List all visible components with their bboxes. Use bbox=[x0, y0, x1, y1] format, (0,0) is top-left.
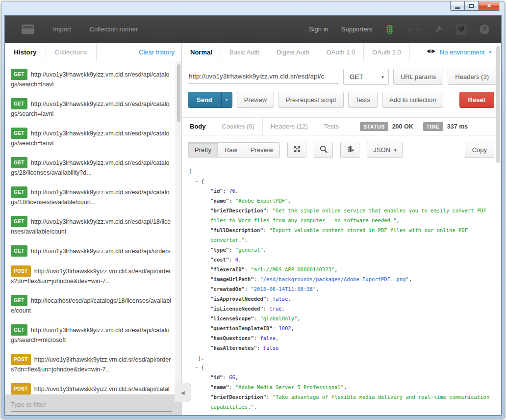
filter-input[interactable] bbox=[11, 397, 172, 412]
method-select[interactable]: GET ▾ bbox=[343, 69, 389, 85]
tab-headers[interactable]: Headers (12) bbox=[263, 118, 316, 135]
environment-selector[interactable]: No environment ▾ bbox=[427, 43, 491, 61]
code-line: "imageUrlPath": "/esd/backgrounds/packag… bbox=[189, 274, 496, 284]
code-line: "id": 66, bbox=[189, 372, 496, 382]
tab-oauth-1[interactable]: OAuth 1.0 bbox=[318, 43, 364, 61]
search-button[interactable] bbox=[314, 142, 333, 158]
request-url: http://uvo1y3lrhawskk9yizz.vm.cld.sr/esd… bbox=[11, 327, 170, 343]
history-item[interactable]: GEThttp://uvo1y3lrhawskk9yizz.vm.cld.sr/… bbox=[5, 211, 176, 241]
copy-button[interactable]: Copy bbox=[465, 142, 494, 158]
method-value: GET bbox=[350, 73, 363, 80]
tab-cookies[interactable]: Cookies (6) bbox=[214, 118, 263, 135]
method-badge: POST bbox=[11, 383, 31, 394]
format-button[interactable] bbox=[340, 142, 359, 158]
twitter-icon[interactable] bbox=[456, 24, 467, 35]
pre-request-script-button[interactable]: Pre-request script bbox=[278, 92, 344, 108]
sidebar-tabs: History Collections Clear history bbox=[5, 43, 181, 61]
history-item[interactable]: POSThttp://uvo1y3lrhawskk9yizz.vm.cld.sr… bbox=[5, 261, 176, 290]
chevron-down-icon: ▾ bbox=[226, 98, 228, 102]
history-item[interactable]: POSThttp://uvo1y3lrhawskk9yizz.vm.cld.sr… bbox=[5, 379, 176, 394]
url-input[interactable] bbox=[188, 70, 339, 84]
tab-tests[interactable]: Tests bbox=[316, 118, 347, 135]
traffic-light-icon[interactable] bbox=[385, 25, 395, 34]
code-line: "hasQuestions": false, bbox=[189, 333, 496, 343]
request-panel: Normal Basic Auth Digest Auth OAuth 1.0 … bbox=[181, 43, 501, 415]
send-button[interactable]: Send bbox=[188, 92, 221, 108]
url-params-button[interactable]: URL params bbox=[393, 69, 443, 85]
method-badge: GET bbox=[11, 245, 27, 257]
view-pretty-button[interactable]: Pretty bbox=[188, 142, 218, 158]
response-meta: STATUS 200 OK TIME 337 ms bbox=[360, 118, 474, 135]
history-item[interactable]: GEThttp://uvo1y3lrhawskk9yizz.vm.cld.sr/… bbox=[5, 94, 176, 123]
help-icon[interactable]: ? bbox=[480, 25, 489, 34]
history-item[interactable]: GEThttp://uvo1y3lrhawskk9yizz.vm.cld.sr/… bbox=[5, 64, 176, 94]
add-to-collection-button[interactable]: Add to collection bbox=[382, 92, 443, 108]
response-body: [− {"id": 76,"name": "Adobe ExportPDF","… bbox=[182, 162, 501, 412]
method-badge: POST bbox=[11, 354, 31, 365]
collections-drawer-icon[interactable] bbox=[22, 25, 34, 34]
history-item[interactable]: GEThttp://uvo1y3lrhawskk9yizz.vm.cld.sr/… bbox=[5, 241, 176, 261]
view-preview-button[interactable]: Preview bbox=[244, 142, 280, 158]
request-url: http://uvo1y3lrhawskk9yizz.vm.cld.sr/esd… bbox=[11, 71, 170, 88]
tab-basic-auth[interactable]: Basic Auth bbox=[221, 43, 268, 61]
code-brackets-icon[interactable]: ‹···› bbox=[407, 26, 421, 33]
import-button[interactable]: Import bbox=[53, 26, 71, 33]
minimize-button[interactable] bbox=[450, 1, 464, 11]
send-options-button[interactable]: ▾ bbox=[221, 92, 232, 108]
filter-bar bbox=[5, 394, 181, 415]
collection-runner-button[interactable]: Collection runner bbox=[90, 26, 138, 33]
code-line: converter.", bbox=[189, 235, 496, 245]
tab-body[interactable]: Body bbox=[182, 118, 214, 135]
clear-history-link[interactable]: Clear history bbox=[139, 49, 181, 56]
view-raw-button[interactable]: Raw bbox=[218, 142, 244, 158]
supporters-button[interactable]: Supporters bbox=[341, 26, 373, 33]
language-select[interactable]: JSON ▾ bbox=[367, 142, 403, 158]
window-content: Import Collection runner Sign in Support… bbox=[4, 15, 502, 416]
request-url: http://uvo1y3lrhawskk9yizz.vm.cld.sr/esd… bbox=[11, 101, 170, 117]
method-badge: GET bbox=[11, 157, 27, 168]
expand-button[interactable] bbox=[287, 142, 306, 158]
code-line: "name": "Adobe ExportPDF", bbox=[189, 196, 496, 206]
sidebar-collapse-handle[interactable]: ◀ bbox=[175, 383, 191, 402]
preview-button[interactable]: Preview bbox=[237, 92, 274, 108]
close-button[interactable]: ✕ bbox=[478, 1, 500, 11]
tab-history[interactable]: History bbox=[5, 43, 46, 61]
minimize-icon bbox=[455, 7, 460, 9]
request-url: http://uvo1y3lrhawskk9yizz.vm.cld.sr/esd… bbox=[11, 130, 170, 147]
wrench-icon[interactable] bbox=[433, 25, 443, 34]
code-line: "type": "general", bbox=[189, 245, 496, 255]
history-item[interactable]: POSThttp://uvo1y3lrhawskk9yizz.vm.cld.sr… bbox=[5, 349, 176, 379]
history-item[interactable]: GEThttp://uvo1y3lrhawskk9yizz.vm.cld.sr/… bbox=[5, 320, 176, 349]
code-line: "fullDescription": "Export valuable cont… bbox=[189, 225, 496, 235]
code-line: "id": 76, bbox=[189, 186, 496, 196]
tab-oauth-2[interactable]: OAuth 2.0 bbox=[364, 43, 410, 61]
request-url: http://uvo1y3lrhawskk9yizz.vm.cld.sr/esd… bbox=[11, 218, 171, 235]
history-item[interactable]: GEThttp://localhost/esd/api/catalogs/18/… bbox=[5, 290, 176, 320]
scrollbar-thumb[interactable] bbox=[177, 64, 180, 122]
headers-button[interactable]: Headers (3) bbox=[448, 69, 496, 85]
scrollbar-thumb[interactable] bbox=[496, 46, 500, 163]
search-icon bbox=[319, 144, 329, 156]
tab-digest-auth[interactable]: Digest Auth bbox=[268, 43, 318, 61]
code-line: "briefDescription": "Take advantage of f… bbox=[189, 392, 496, 402]
tab-normal[interactable]: Normal bbox=[182, 43, 221, 61]
tab-collections[interactable]: Collections bbox=[46, 43, 97, 61]
request-url: http://uvo1y3lrhawskk9yizz.vm.cld.sr/esd… bbox=[11, 159, 170, 176]
reset-button[interactable]: Reset bbox=[459, 92, 494, 108]
code-line: "questionTemplateID": 1002, bbox=[189, 323, 496, 333]
sign-in-button[interactable]: Sign in bbox=[309, 26, 329, 33]
sidebar-scrollbar[interactable] bbox=[176, 61, 181, 394]
maximize-button[interactable] bbox=[464, 1, 478, 11]
history-list: GEThttp://uvo1y3lrhawskk9yizz.vm.cld.sr/… bbox=[5, 61, 176, 394]
send-split-button: Send ▾ bbox=[188, 92, 232, 108]
code-line: "cost": 0, bbox=[189, 255, 496, 264]
history-item[interactable]: GEThttp://uvo1y3lrhawskk9yizz.vm.cld.sr/… bbox=[5, 123, 176, 153]
main-scrollbar[interactable] bbox=[496, 44, 501, 414]
history-item[interactable]: GEThttp://uvo1y3lrhawskk9yizz.vm.cld.sr/… bbox=[5, 153, 176, 182]
close-icon: ✕ bbox=[486, 2, 491, 9]
tests-button[interactable]: Tests bbox=[348, 92, 378, 108]
history-item[interactable]: GEThttp://uvo1y3lrhawskk9yizz.vm.cld.sr/… bbox=[5, 182, 176, 211]
expand-icon bbox=[292, 144, 302, 156]
view-toolbar: Pretty Raw Preview bbox=[182, 135, 501, 162]
action-row: Send ▾ Preview Pre-request script Tests … bbox=[182, 89, 501, 114]
